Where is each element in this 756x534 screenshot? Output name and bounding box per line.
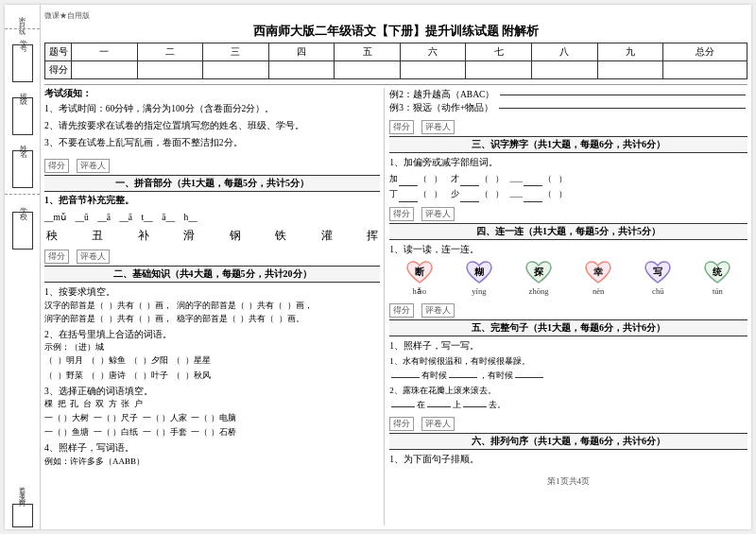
- section-2: 得分 评卷人 二、基础知识（共4大题，每题5分，共计20分） 1、按要求填空。 …: [44, 250, 380, 470]
- left-column: 考试须知： 1、考试时间：60分钟，满分为100分（含卷面分2分）。 2、请先按…: [44, 88, 380, 525]
- s5q1-sub1: 1、水有时候很温和，有时候很暴躁。: [389, 354, 747, 369]
- s2q1-label: 1、按要求填空。: [44, 285, 380, 299]
- score-label-6: 得分: [389, 417, 414, 431]
- s2q2-example: 示例：（进）城: [44, 341, 380, 354]
- reviewer-label-4: 评卷人: [421, 207, 455, 221]
- instruction-3: 3、不要在试卷上乱写乱画，卷面不整洁扣2分。: [44, 136, 380, 150]
- s5q1-sub2: 2、露珠在花瓣上滚来滚去。: [389, 384, 747, 398]
- instruction-2: 2、请先按要求在试卷的指定位置填写您的姓名、班级、学号。: [44, 119, 380, 133]
- s2q4-example: 例如：许许多多（AABB）: [44, 456, 380, 469]
- reviewer-label-6: 评卷人: [421, 417, 455, 431]
- section2-q4: 4、照样子，写词语。 例如：许许多多（AABB）: [44, 441, 380, 468]
- heart-item-5: 写 chū: [643, 259, 673, 296]
- section-5: 得分 评卷人 五、完整句子（共1大题，每题6分，共计6分） 1、照样子，写一写。…: [389, 303, 747, 412]
- scoring-row-5: 得分 评卷人: [389, 303, 747, 318]
- two-col-layout: 考试须知： 1、考试时间：60分钟，满分为100分（含卷面分2分）。 2、请先按…: [44, 88, 747, 525]
- scoring-row-6: 得分 评卷人: [389, 417, 747, 431]
- section-4-header: 四、连一连（共1大题，每题5分，共计5分）: [389, 223, 747, 240]
- s5q1-blank1: 有时候，有时候: [389, 369, 747, 383]
- s3q1-row2: 丁（ ） 少（ ） ___（ ）: [389, 186, 747, 201]
- score-label-3: 得分: [389, 120, 414, 134]
- score-label-5: 得分: [389, 303, 414, 318]
- page-footer: 第1页共4页: [389, 475, 747, 488]
- section-3-header: 三、识字辨字（共1大题，每题6分，共计6分）: [389, 136, 747, 153]
- heart-connect-row: 断 hǎo 糊 yíng: [389, 259, 747, 296]
- q1-label: 1、把音节补充完整。: [44, 195, 380, 207]
- s2q3-row1: 一（ ）大树 一（ ）尺子 一（ ）人家 一（ ）电脑: [44, 411, 380, 425]
- heart-item-6: 统 tún: [702, 259, 732, 296]
- student-id-label: 学 号: [17, 33, 27, 41]
- proctor-box[interactable]: [12, 504, 33, 527]
- score-label-2: 得分: [44, 250, 69, 264]
- class-box[interactable]: [12, 97, 33, 135]
- heart-item-2: 糊 yíng: [464, 259, 494, 296]
- watermark-text: 微课★自用版: [44, 10, 90, 21]
- score-label-1: 得分: [44, 159, 69, 173]
- s2q2-row2: （ ）野菜 （ ）唐诗 （ ）叶子 （ ）秋风: [44, 369, 380, 383]
- s3q1-row1: 加（ ） 才（ ） ___（ ）: [389, 171, 747, 186]
- score-table: 题号 一二三四五 六七八九总分 得分: [44, 43, 747, 79]
- section2-q3: 3、选择正确的词语填空。 棵 把 孔 台 双 方 张 户 一（ ）大树 一（ ）…: [44, 385, 380, 439]
- name-label: 姓 名: [17, 139, 27, 146]
- class-label: 班 级: [17, 86, 27, 94]
- instruction-1: 1、考试时间：60分钟，满分为100分（含卷面分2分）。: [44, 102, 380, 116]
- doc-header: 微课★自用版 西南师大版二年级语文【下册】提升训练试题 附解析 题号 一二三四五…: [44, 10, 747, 85]
- scoring-row-1: 得分 评卷人: [44, 159, 380, 173]
- s2q3-words: 棵 把 孔 台 双 方 张 户: [44, 398, 380, 411]
- score-label-4: 得分: [389, 207, 414, 221]
- proctor-label: 监 考(密封): [18, 481, 27, 500]
- s2q1-sub1: 汉字的部首是（ ）共有（ ）画， 润的字的部首是（ ）共有（ ）画，: [44, 299, 380, 312]
- right-column: 例2：越升越高（ABAC） 例3：狠远（动作+物品） 得分 评卷人 三、识字辨字…: [384, 88, 747, 525]
- school-label: 学 校: [17, 200, 27, 208]
- s2q2-label: 2、在括号里填上合适的词语。: [44, 328, 380, 341]
- s2q1-sub2: 润字的部首是（ ）共有（ ）画， 稳字的部首是（ ）共有（ ）画。: [44, 312, 380, 325]
- s4q1-label: 1、读一读，连一连。: [389, 243, 747, 256]
- s2q3-row2: 一（ ）鱼塘 一（ ）白纸 一（ ）手套 一（ ）石桥: [44, 425, 380, 439]
- scoring-row-4: 得分 评卷人: [389, 207, 747, 221]
- heart-item-1: 断 hǎo: [404, 259, 435, 296]
- s5q1-label: 1、照样子，写一写。: [389, 339, 747, 353]
- section-1: 得分 评卷人 一、拼音部分（共1大题，每题5分，共计5分） 1、把音节补充完整。…: [44, 159, 380, 245]
- right-examples: 例2：越升越高（ABAC） 例3：狠远（动作+物品）: [389, 88, 747, 115]
- seal-label: 密 封 线: [18, 11, 27, 25]
- s3q1-label: 1、加偏旁或减字部组词。: [389, 156, 747, 169]
- heart-item-4: 幸 nèn: [583, 259, 613, 296]
- example-2: 例2：越升越高（ABAC）: [389, 89, 747, 101]
- reviewer-label-2: 评卷人: [77, 250, 110, 264]
- s2q3-label: 3、选择正确的词语填空。: [44, 385, 380, 398]
- s2q2-row1: （ ）明月 （ ）鲸鱼 （ ）夕阳 （ ）星星: [44, 353, 380, 368]
- school-box[interactable]: [12, 212, 33, 250]
- section-3: 得分 评卷人 三、识字辨字（共1大题，每题6分，共计6分） 1、加偏旁或减字部组…: [389, 120, 747, 202]
- left-margin-strip: 密 封 线 学 号 班 级 姓 名 学 校 监 考(密封): [5, 5, 41, 529]
- section-5-header: 五、完整句子（共1大题，每题6分，共计6分）: [389, 319, 747, 336]
- s6q1-label: 1、为下面句子排顺。: [389, 453, 747, 466]
- name-box[interactable]: [12, 150, 33, 188]
- reviewer-label-5: 评卷人: [421, 303, 455, 318]
- exam-instructions: 考试须知： 1、考试时间：60分钟，满分为100分（含卷面分2分）。 2、请先按…: [44, 88, 380, 154]
- section-4: 得分 评卷人 四、连一连（共1大题，每题5分，共计5分） 1、读一读，连一连。: [389, 207, 747, 299]
- pinyin-blanks-row: __mǔ __ū __ā __ā t__ ā__ h__: [44, 209, 380, 227]
- s5q1-blank2: 在上去。: [389, 398, 747, 412]
- reviewer-label-3: 评卷人: [421, 120, 455, 134]
- exam-info-label: 考试须知：: [44, 88, 380, 100]
- reviewer-label-1: 评卷人: [77, 159, 110, 173]
- doc-title: 西南师大版二年级语文【下册】提升训练试题 附解析: [44, 23, 747, 40]
- section-6-header: 六、排列句序（共1大题，每题6分，共计6分）: [389, 433, 747, 450]
- example-3: 例3：狠远（动作+物品）: [389, 102, 747, 114]
- section2-q2: 2、在括号里填上合适的词语。 示例：（进）城 （ ）明月 （ ）鲸鱼 （ ）夕阳…: [44, 328, 380, 383]
- scoring-row-2: 得分 评卷人: [44, 250, 380, 264]
- section2-q1: 1、按要求填空。 汉字的部首是（ ）共有（ ）画， 润的字的部首是（ ）共有（ …: [44, 285, 380, 326]
- student-id-box[interactable]: [12, 44, 33, 82]
- section-6: 得分 评卷人 六、排列句序（共1大题，每题6分，共计6分） 1、为下面句子排顺。: [389, 417, 747, 468]
- main-content: 微课★自用版 西南师大版二年级语文【下册】提升训练试题 附解析 题号 一二三四五…: [41, 5, 751, 529]
- heart-item-3: 探 zhōng: [524, 259, 554, 296]
- scoring-row-3: 得分 评卷人: [389, 120, 747, 134]
- s2q4-label: 4、照样子，写词语。: [44, 441, 380, 455]
- pinyin-chars-row: 秧丑补滑钢铁灌挥: [44, 228, 380, 244]
- section-2-header: 二、基础知识（共4大题，每题5分，共计20分）: [44, 266, 380, 283]
- section-1-header: 一、拼音部分（共1大题，每题5分，共计5分）: [44, 175, 380, 192]
